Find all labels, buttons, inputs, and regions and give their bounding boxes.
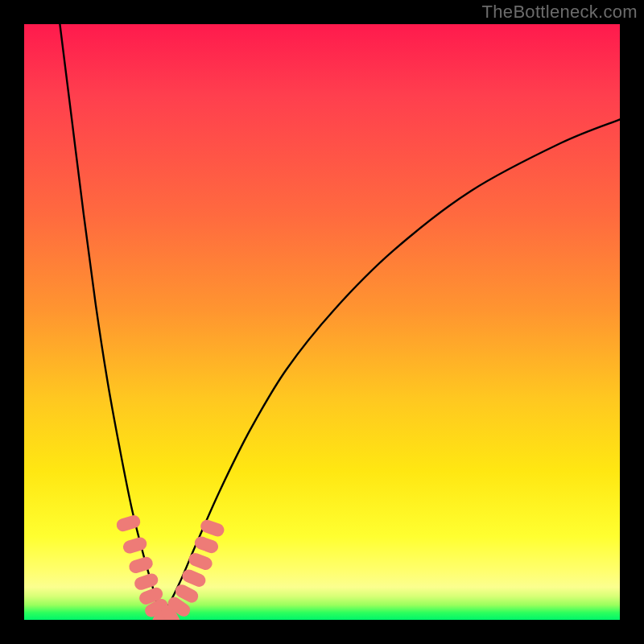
trough-marker [127, 555, 154, 575]
curve-right-branch [161, 119, 620, 620]
curve-left-branch [60, 24, 161, 620]
trough-marker [122, 536, 148, 555]
trough-marker [199, 518, 226, 538]
trough-marker-group [115, 514, 226, 620]
curve-layer [24, 24, 620, 620]
plot-area [24, 24, 620, 620]
chart-stage: TheBottleneck.com [0, 0, 644, 644]
watermark-text: TheBottleneck.com [482, 2, 638, 23]
trough-marker [193, 535, 221, 555]
